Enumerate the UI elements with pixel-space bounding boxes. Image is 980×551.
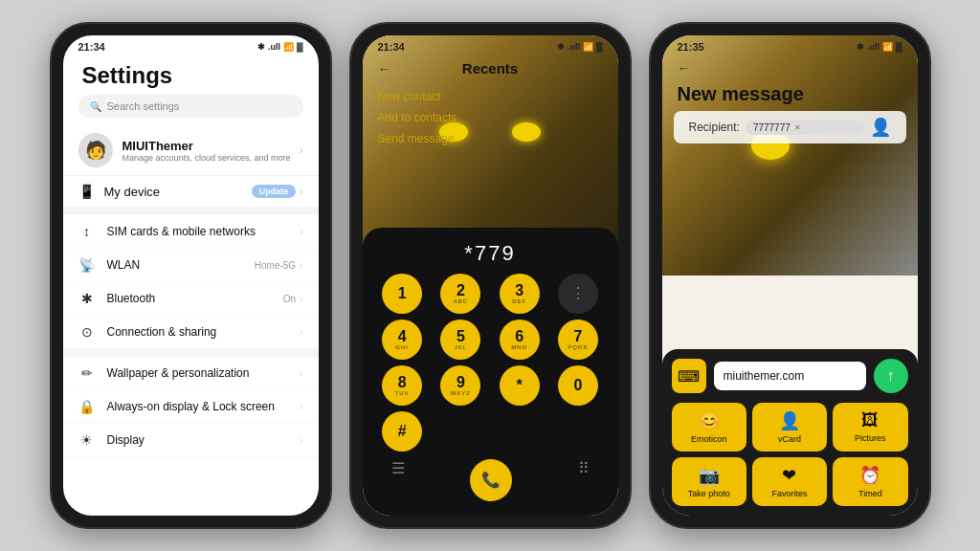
status-bar-1: 21:34 ✱ .ull 📶 ▓ xyxy=(63,35,319,55)
key-signal: ⋮ xyxy=(558,274,598,314)
status-bar-2: 21:34 ✱ .ull 📶 ▓ xyxy=(363,35,618,55)
signal-icon: .ull xyxy=(268,42,280,52)
takephoto-button[interactable]: 📷 Take photo xyxy=(672,457,746,506)
key-5[interactable]: 5 JKL xyxy=(440,320,480,360)
key-4[interactable]: 4 GHI xyxy=(382,320,422,360)
key-hash-main: # xyxy=(398,424,407,439)
profile-info: MIUIThemer Manage accounts, cloud servic… xyxy=(122,139,301,163)
recipient-chip[interactable]: 7777777 ✕ xyxy=(746,121,864,135)
profile-row[interactable]: 🧑 MIUIThemer Manage accounts, cloud serv… xyxy=(63,125,319,176)
key-8[interactable]: 8 TUV xyxy=(382,365,422,406)
pictures-button[interactable]: 🖼 Pictures xyxy=(833,403,907,452)
message-text-input[interactable]: miuithemer.com xyxy=(714,362,866,390)
search-bar[interactable]: 🔍 Search settings xyxy=(78,95,303,118)
key-9[interactable]: 9 WXYZ xyxy=(440,365,480,406)
message-input-area: ⌨ miuithemer.com ↑ 😊 Emoticon 👤 vCard xyxy=(662,349,918,516)
sim-label: SIM cards & mobile networks xyxy=(107,225,301,238)
settings-item-sim[interactable]: ↕ SIM cards & mobile networks › xyxy=(63,215,319,249)
settings-item-aod[interactable]: 🔒 Always-on display & Lock screen › xyxy=(63,390,319,424)
key-7[interactable]: 7 PQRS xyxy=(558,320,598,360)
conn-icon: ⊙ xyxy=(78,324,96,340)
keypad: 1 2 ABC 3 DEF ⋮ 4 xyxy=(372,274,609,452)
send-message-action[interactable]: Send message xyxy=(378,128,603,149)
phone-dialer: 21:34 ✱ .ull 📶 ▓ ← Recents xyxy=(349,22,632,529)
profile-arrow-icon: › xyxy=(300,145,302,156)
divider-2 xyxy=(63,349,319,357)
dial-number: *779 xyxy=(372,237,609,274)
new-msg-title: New message xyxy=(662,79,918,111)
key-star[interactable]: * xyxy=(500,365,540,406)
vcard-label: vCard xyxy=(778,434,801,444)
wifi3-icon: 📶 xyxy=(882,42,893,52)
key-8-sub: TUV xyxy=(395,390,410,396)
key-4-main: 4 xyxy=(398,329,407,344)
conn-arrow-icon: › xyxy=(300,327,302,338)
contact-add-icon[interactable]: 👤 xyxy=(870,117,891,138)
key-4-sub: GHI xyxy=(395,344,409,350)
menu-icon[interactable]: ☰ xyxy=(391,459,405,501)
send-button[interactable]: ↑ xyxy=(874,359,908,393)
send-icon: ↑ xyxy=(887,367,895,385)
device-icon: 📱 xyxy=(78,184,95,199)
settings-screen: 21:34 ✱ .ull 📶 ▓ Settings 🔍 Search setti… xyxy=(63,35,319,516)
settings-item-bt[interactable]: ✱ Bluetooth On › xyxy=(63,282,319,316)
my-device-row[interactable]: 📱 My device Update › xyxy=(63,176,319,208)
favorites-label: Favorites xyxy=(771,489,807,498)
emoticon-button[interactable]: 😊 Emoticon xyxy=(672,403,746,452)
time-3: 21:35 xyxy=(678,41,704,53)
vcard-button[interactable]: 👤 vCard xyxy=(752,403,827,452)
key-3[interactable]: 3 DEF xyxy=(500,274,540,314)
pictures-label: Pictures xyxy=(855,433,886,443)
chip-close-icon[interactable]: ✕ xyxy=(794,123,801,132)
key-0[interactable]: 0 xyxy=(558,365,598,406)
dialer-panel: *779 1 2 ABC 3 DEF ⋮ xyxy=(363,228,618,516)
display-icon: ☀ xyxy=(78,432,96,448)
key-2[interactable]: 2 ABC xyxy=(440,274,480,314)
input-row: ⌨ miuithemer.com ↑ xyxy=(672,359,908,393)
key-hash[interactable]: # xyxy=(382,411,422,452)
wallpaper-label: Wallpaper & personalization xyxy=(107,366,301,380)
settings-item-wlan[interactable]: 📡 WLAN Home-5G › xyxy=(63,249,319,282)
signal-dot-icon: ⋮ xyxy=(570,284,586,302)
time-2: 21:34 xyxy=(378,41,405,53)
conn-label: Connection & sharing xyxy=(107,325,301,339)
key-1[interactable]: 1 xyxy=(382,274,422,314)
settings-item-conn[interactable]: ⊙ Connection & sharing › xyxy=(63,316,319,349)
key-star-main: * xyxy=(517,378,523,393)
time-1: 21:34 xyxy=(78,41,105,53)
recipient-value: 7777777 xyxy=(753,122,791,133)
divider-1 xyxy=(63,208,319,215)
recents-title: Recents xyxy=(401,60,580,77)
search-placeholder: Search settings xyxy=(107,100,180,112)
status-icons-1: ✱ .ull 📶 ▓ xyxy=(257,42,303,52)
keyboard-button[interactable]: ⌨ xyxy=(672,359,706,393)
back-arrow-icon[interactable]: ← xyxy=(378,61,391,77)
dialer-screen: 21:34 ✱ .ull 📶 ▓ ← Recents xyxy=(363,35,618,516)
key-7-sub: PQRS xyxy=(568,344,588,350)
settings-item-wallpaper[interactable]: ✏ Wallpaper & personalization › xyxy=(63,357,319,390)
key-6[interactable]: 6 MNO xyxy=(500,320,540,360)
key-5-sub: JKL xyxy=(455,344,467,350)
dialpad-icon[interactable]: ⠿ xyxy=(578,459,590,501)
new-contact-action[interactable]: New contact xyxy=(378,86,603,107)
key-9-main: 9 xyxy=(457,375,465,390)
call-button[interactable]: 📞 xyxy=(470,459,512,501)
status-bar-3: 21:35 ✱ .ull 📶 ▓ xyxy=(662,35,918,55)
update-badge[interactable]: Update xyxy=(252,185,297,198)
msg-back-icon[interactable]: ← xyxy=(678,60,691,76)
add-contact-action[interactable]: Add to contacts xyxy=(378,107,603,128)
status-icons-2: ✱ .ull 📶 ▓ xyxy=(557,42,603,52)
key-6-sub: MNO xyxy=(511,344,527,350)
settings-item-display[interactable]: ☀ Display › xyxy=(63,424,319,457)
key-8-main: 8 xyxy=(398,375,407,390)
phone-message: 21:35 ✱ .ull 📶 ▓ ← New message Recipient xyxy=(649,22,931,529)
signal2-icon: .ull xyxy=(568,42,580,52)
timed-icon: ⏰ xyxy=(859,465,880,486)
emoticon-label: Emoticon xyxy=(691,434,727,444)
msg-content: ← New message Recipient: 7777777 ✕ 👤 xyxy=(662,55,918,143)
aod-icon: 🔒 xyxy=(78,399,96,414)
timed-button[interactable]: ⏰ Timed xyxy=(833,457,907,506)
favorites-button[interactable]: ❤ Favorites xyxy=(752,457,827,506)
wifi-icon: 📶 xyxy=(283,42,294,52)
wlan-icon: 📡 xyxy=(78,257,96,273)
